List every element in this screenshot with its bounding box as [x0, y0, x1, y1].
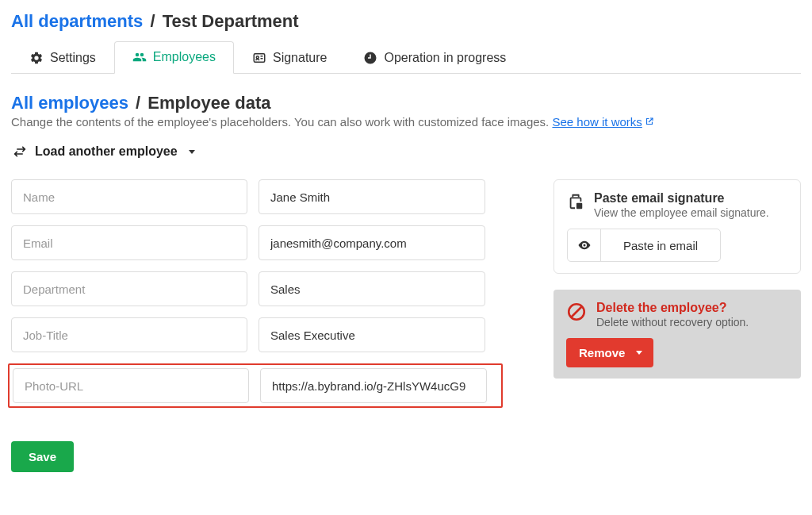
- department-input[interactable]: [259, 271, 485, 306]
- tab-operation[interactable]: Operation in progress: [345, 42, 524, 74]
- chevron-down-icon: [636, 351, 642, 355]
- eye-icon: [568, 229, 601, 261]
- department-label: [11, 271, 247, 306]
- field-row-photo-url: [8, 363, 503, 408]
- job-title-input[interactable]: [259, 317, 485, 352]
- tab-employees[interactable]: Employees: [114, 41, 234, 74]
- paste-button-label: Paste in email: [601, 239, 720, 252]
- delete-employee-card: Delete the employee? Delete without reco…: [553, 290, 801, 379]
- helper-text: Change the contents of the employee's pl…: [11, 115, 801, 129]
- breadcrumb-current-section: Employee data: [147, 93, 270, 113]
- job-title-label: [11, 317, 247, 352]
- tab-label: Employees: [153, 50, 216, 64]
- save-button[interactable]: Save: [11, 441, 74, 472]
- email-label: [11, 225, 247, 260]
- email-input[interactable]: [259, 225, 485, 260]
- see-how-link[interactable]: See how it works: [552, 115, 653, 129]
- delete-card-title: Delete the employee?: [596, 301, 749, 315]
- breadcrumb-separator: /: [136, 93, 140, 113]
- external-link-icon: [645, 115, 654, 129]
- breadcrumb-current-department: Test Department: [163, 11, 299, 31]
- delete-card-subtitle: Delete without recovery option.: [596, 316, 749, 329]
- photo-url-input[interactable]: [260, 368, 487, 403]
- breadcrumb: All departments / Test Department: [11, 11, 801, 32]
- svg-line-5: [572, 307, 582, 317]
- section-breadcrumb: All employees / Employee data: [11, 93, 801, 113]
- name-input[interactable]: [259, 179, 485, 214]
- field-row-department: [11, 271, 500, 306]
- tab-label: Operation in progress: [384, 51, 506, 65]
- paste-icon: [567, 193, 584, 210]
- field-row-name: [11, 179, 500, 214]
- remove-button[interactable]: Remove: [566, 338, 653, 367]
- paste-card-title: Paste email signature: [594, 191, 769, 206]
- tabs: Settings Employees Signature Operation i…: [11, 41, 801, 74]
- name-label: [11, 179, 247, 214]
- svg-point-1: [256, 56, 259, 59]
- load-another-label: Load another employee: [35, 144, 178, 159]
- chevron-down-icon: [189, 150, 195, 154]
- tab-label: Signature: [273, 51, 327, 65]
- tab-signature[interactable]: Signature: [234, 42, 346, 74]
- photo-url-label: [13, 368, 249, 403]
- field-row-job-title: [11, 317, 500, 352]
- field-row-email: [11, 225, 500, 260]
- paste-signature-card: Paste email signature View the employee …: [553, 179, 801, 274]
- clock-icon: [363, 51, 377, 65]
- load-another-employee[interactable]: Load another employee: [11, 144, 195, 159]
- employee-form: Save: [11, 179, 500, 472]
- svg-rect-0: [254, 54, 265, 63]
- swap-icon: [11, 144, 27, 159]
- breadcrumb-all-employees[interactable]: All employees: [11, 93, 128, 113]
- people-icon: [132, 50, 147, 64]
- breadcrumb-separator: /: [150, 11, 155, 31]
- no-entry-icon: [566, 302, 587, 322]
- id-card-icon: [252, 51, 266, 65]
- gear-icon: [29, 51, 44, 65]
- paste-in-email-button[interactable]: Paste in email: [567, 229, 721, 262]
- breadcrumb-all-departments[interactable]: All departments: [11, 11, 143, 31]
- tab-label: Settings: [50, 51, 96, 65]
- tab-settings[interactable]: Settings: [11, 42, 114, 74]
- remove-button-label: Remove: [579, 346, 625, 359]
- paste-card-subtitle: View the employee email signature.: [594, 206, 769, 219]
